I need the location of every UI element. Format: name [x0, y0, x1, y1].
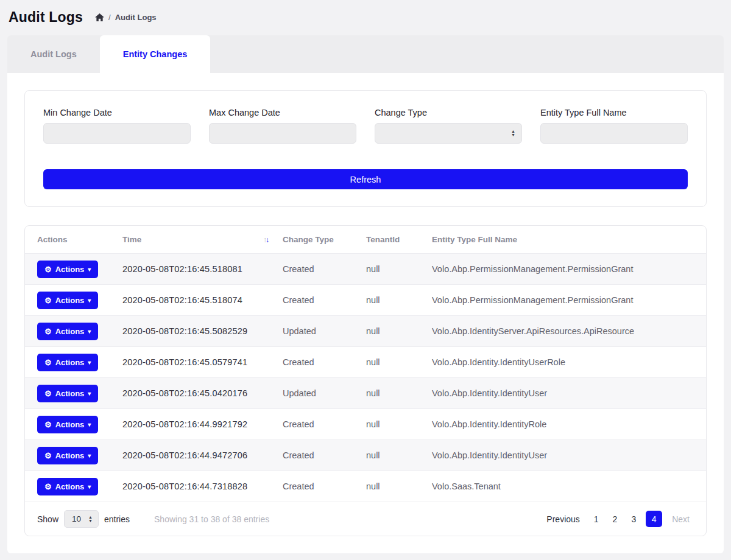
table-row: ⚙Actions▾ 2020-05-08T02:16:45.518074 Cre… [25, 285, 706, 316]
table-row: ⚙Actions▾ 2020-05-08T02:16:44.7318828 Cr… [25, 471, 706, 502]
cell-time: 2020-05-08T02:16:45.0579741 [116, 347, 277, 378]
filter-change-type: Change Type ▲▼ [375, 108, 522, 144]
caret-down-icon: ▾ [88, 421, 91, 428]
cell-time: 2020-05-08T02:16:45.518074 [116, 285, 277, 316]
max-change-date-label: Max Change Date [209, 108, 356, 117]
caret-down-icon: ▾ [88, 483, 91, 490]
cell-entity-type: Volo.Abp.Identity.IdentityUser [426, 440, 706, 471]
tab-bar: Audit Logs Entity Changes [7, 35, 724, 73]
page-size-group: Show 10 ▲▼ entries [37, 510, 130, 528]
row-actions-button[interactable]: ⚙Actions▾ [37, 292, 98, 309]
cell-entity-type: Volo.Abp.PermissionManagement.Permission… [426, 285, 706, 316]
change-type-label: Change Type [375, 108, 522, 117]
table-row: ⚙Actions▾ 2020-05-08T02:16:44.9921792 Cr… [25, 409, 706, 440]
max-change-date-input[interactable] [209, 123, 356, 144]
page-size-value: 10 [72, 514, 81, 523]
col-header-actions: Actions [25, 226, 116, 254]
cell-tenant-id: null [360, 409, 426, 440]
row-actions-button[interactable]: ⚙Actions▾ [37, 478, 98, 495]
cell-change-type: Created [277, 347, 360, 378]
breadcrumb-current: Audit Logs [115, 13, 157, 22]
page-size-select[interactable]: 10 ▲▼ [64, 510, 99, 528]
gear-icon: ⚙ [44, 358, 52, 367]
entries-label: entries [104, 514, 130, 524]
select-arrows-icon: ▲▼ [511, 130, 515, 137]
pagination-page-4[interactable]: 4 [646, 511, 662, 527]
cell-change-type: Updated [277, 378, 360, 409]
row-actions-button[interactable]: ⚙Actions▾ [37, 354, 98, 371]
tab-audit-logs[interactable]: Audit Logs [7, 35, 100, 73]
col-header-entity-type: Entity Type Full Name [426, 226, 706, 254]
col-header-change-type: Change Type [277, 226, 360, 254]
cell-tenant-id: null [360, 316, 426, 347]
row-actions-button[interactable]: ⚙Actions▾ [37, 416, 98, 433]
cell-time: 2020-05-08T02:16:44.9921792 [116, 409, 277, 440]
caret-down-icon: ▾ [88, 328, 91, 335]
cell-entity-type: Volo.Abp.Identity.IdentityUser [426, 378, 706, 409]
cell-change-type: Updated [277, 316, 360, 347]
filter-max-change-date: Max Change Date [209, 108, 356, 144]
content-panel: Min Change Date Max Change Date Change T… [7, 73, 724, 553]
entity-type-full-name-input[interactable] [540, 123, 688, 144]
pagination-page-2[interactable]: 2 [609, 513, 622, 526]
pagination: Previous 1 2 3 4 Next [542, 511, 694, 527]
tab-entity-changes[interactable]: Entity Changes [100, 35, 211, 73]
refresh-button[interactable]: Refresh [43, 169, 688, 189]
sort-icon[interactable]: ↑↓ [263, 236, 268, 244]
gear-icon: ⚙ [44, 296, 52, 305]
gear-icon: ⚙ [44, 451, 52, 460]
row-actions-button[interactable]: ⚙Actions▾ [37, 261, 98, 278]
cell-tenant-id: null [360, 254, 426, 285]
breadcrumb-separator: / [108, 13, 111, 22]
cell-tenant-id: null [360, 347, 426, 378]
gear-icon: ⚙ [44, 420, 52, 429]
gear-icon: ⚙ [44, 482, 52, 491]
pagination-previous[interactable]: Previous [542, 513, 584, 526]
cell-tenant-id: null [360, 440, 426, 471]
entity-changes-table: Actions Time ↑↓ Change Type TenantId Ent… [25, 226, 706, 502]
min-change-date-label: Min Change Date [43, 108, 191, 117]
cell-time: 2020-05-08T02:16:45.518081 [116, 254, 277, 285]
cell-entity-type: Volo.Abp.IdentityServer.ApiResources.Api… [426, 316, 706, 347]
caret-down-icon: ▾ [88, 266, 91, 273]
gear-icon: ⚙ [44, 389, 52, 398]
showing-entries-text: Showing 31 to 38 of 38 entries [154, 514, 269, 524]
pagination-page-3[interactable]: 3 [627, 513, 640, 526]
show-label: Show [37, 514, 58, 524]
caret-down-icon: ▾ [88, 359, 91, 366]
filter-grid: Min Change Date Max Change Date Change T… [43, 108, 688, 144]
page-header: Audit Logs / Audit Logs [0, 0, 731, 30]
filter-min-change-date: Min Change Date [43, 108, 191, 144]
gear-icon: ⚙ [44, 327, 52, 336]
entity-changes-table-card: Actions Time ↑↓ Change Type TenantId Ent… [24, 225, 707, 536]
table-row: ⚙Actions▾ 2020-05-08T02:16:45.0579741 Cr… [25, 347, 706, 378]
filter-entity-type-full-name: Entity Type Full Name [540, 108, 688, 144]
pagination-next[interactable]: Next [668, 513, 694, 526]
row-actions-button[interactable]: ⚙Actions▾ [37, 385, 98, 402]
filter-card: Min Change Date Max Change Date Change T… [24, 90, 707, 207]
col-header-time[interactable]: Time ↑↓ [116, 226, 277, 254]
cell-change-type: Created [277, 254, 360, 285]
cell-tenant-id: null [360, 378, 426, 409]
caret-down-icon: ▾ [88, 390, 91, 397]
cell-change-type: Created [277, 440, 360, 471]
row-actions-button[interactable]: ⚙Actions▾ [37, 447, 98, 464]
table-footer: Show 10 ▲▼ entries Showing 31 to 38 of 3… [25, 502, 706, 536]
cell-entity-type: Volo.Saas.Tenant [426, 471, 706, 502]
caret-down-icon: ▾ [88, 297, 91, 304]
cell-tenant-id: null [360, 285, 426, 316]
change-type-select[interactable]: ▲▼ [375, 123, 522, 144]
select-arrows-icon: ▲▼ [88, 516, 93, 523]
col-header-tenant-id: TenantId [360, 226, 426, 254]
cell-tenant-id: null [360, 471, 426, 502]
home-icon[interactable] [95, 13, 104, 22]
cell-entity-type: Volo.Abp.Identity.IdentityUserRole [426, 347, 706, 378]
cell-change-type: Created [277, 409, 360, 440]
cell-entity-type: Volo.Abp.Identity.IdentityRole [426, 409, 706, 440]
cell-change-type: Created [277, 285, 360, 316]
pagination-page-1[interactable]: 1 [590, 513, 603, 526]
cell-entity-type: Volo.Abp.PermissionManagement.Permission… [426, 254, 706, 285]
row-actions-button[interactable]: ⚙Actions▾ [37, 323, 98, 340]
cell-time: 2020-05-08T02:16:45.0420176 [116, 378, 277, 409]
min-change-date-input[interactable] [43, 123, 191, 144]
